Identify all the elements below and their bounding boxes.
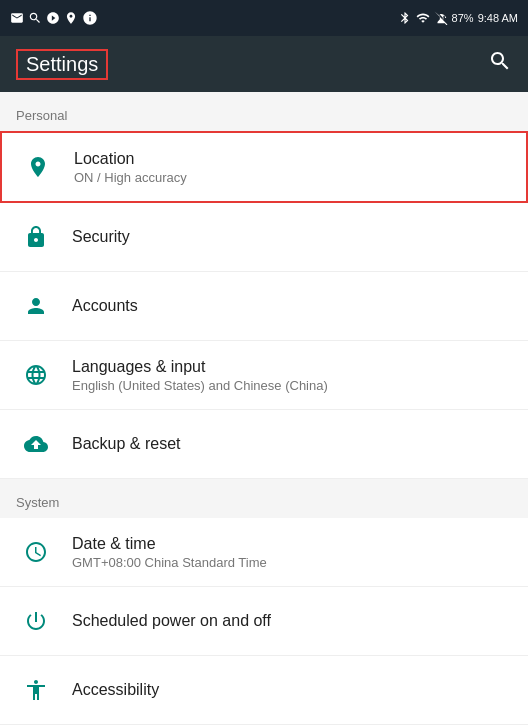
accounts-title: Accounts	[72, 297, 138, 315]
security-icon	[16, 217, 56, 257]
datetime-title: Date & time	[72, 535, 267, 553]
settings-item-backup[interactable]: Backup & reset	[0, 410, 528, 479]
status-bar: 87% 9:48 AM	[0, 0, 528, 36]
datetime-subtitle: GMT+08:00 China Standard Time	[72, 555, 267, 570]
scheduled-power-title: Scheduled power on and off	[72, 612, 271, 630]
accessibility-icon	[16, 670, 56, 710]
settings-item-accounts[interactable]: Accounts	[0, 272, 528, 341]
backup-title: Backup & reset	[72, 435, 181, 453]
security-title: Security	[72, 228, 130, 246]
settings-item-location[interactable]: Location ON / High accuracy	[0, 131, 528, 203]
settings-item-scheduled-power[interactable]: Scheduled power on and off	[0, 587, 528, 656]
settings-item-security[interactable]: Security	[0, 203, 528, 272]
status-bar-system: 87% 9:48 AM	[398, 11, 518, 25]
accessibility-title: Accessibility	[72, 681, 159, 699]
languages-title: Languages & input	[72, 358, 328, 376]
section-system: System Date & time GMT+08:00 China Stand…	[0, 479, 528, 725]
status-time: 9:48 AM	[478, 12, 518, 24]
location-title: Location	[74, 150, 187, 168]
accounts-icon	[16, 286, 56, 326]
location-subtitle: ON / High accuracy	[74, 170, 187, 185]
languages-subtitle: English (United States) and Chinese (Chi…	[72, 378, 328, 393]
page-title: Settings	[16, 49, 108, 80]
settings-item-accessibility[interactable]: Accessibility	[0, 656, 528, 725]
settings-item-datetime[interactable]: Date & time GMT+08:00 China Standard Tim…	[0, 518, 528, 587]
section-personal: Personal Location ON / High accuracy Sec…	[0, 92, 528, 479]
clock-icon	[16, 532, 56, 572]
status-bar-notifications	[10, 10, 98, 26]
power-icon	[16, 601, 56, 641]
settings-item-languages[interactable]: Languages & input English (United States…	[0, 341, 528, 410]
battery-level: 87%	[452, 12, 474, 24]
search-button[interactable]	[488, 49, 512, 79]
app-bar: Settings	[0, 36, 528, 92]
backup-icon	[16, 424, 56, 464]
location-icon	[18, 147, 58, 187]
language-icon	[16, 355, 56, 395]
section-header-system: System	[0, 479, 528, 518]
section-header-personal: Personal	[0, 92, 528, 131]
